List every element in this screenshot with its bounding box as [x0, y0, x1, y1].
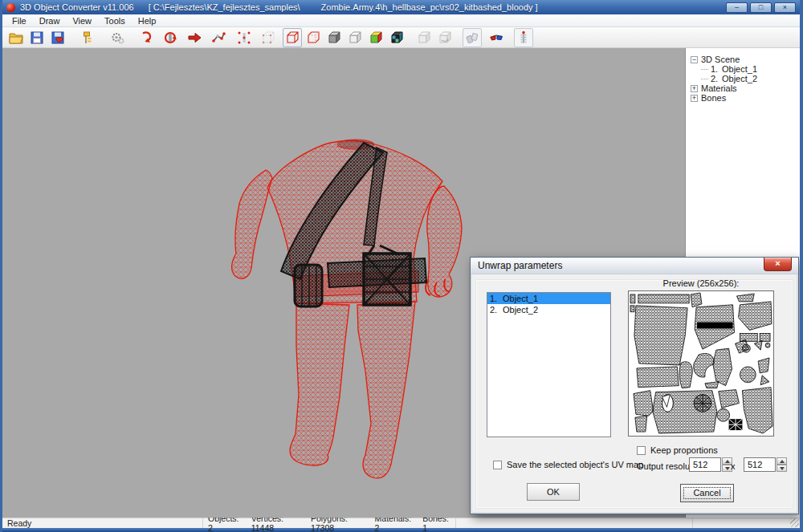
- unwrap-parameters-dialog: Unwrap parameters × 1.Object_12.Object_2…: [470, 257, 799, 514]
- bones-tool-button[interactable]: [514, 28, 533, 47]
- menu-draw[interactable]: Draw: [33, 16, 67, 26]
- menu-tools[interactable]: Tools: [98, 16, 132, 26]
- tree-node-3d-scene[interactable]: −3D Scene: [691, 55, 800, 64]
- rotate-view-icon: [162, 30, 178, 46]
- app-window: 3D Object Converter v11.006 [ C:\Fejlesz…: [0, 0, 803, 532]
- listbox-item-object_2[interactable]: 2.Object_2: [487, 304, 610, 315]
- material-tiles-button: [463, 28, 482, 47]
- resize-grip[interactable]: [790, 518, 799, 527]
- point-display-icon: [236, 30, 252, 46]
- tree-connector: [701, 79, 708, 79]
- ok-button[interactable]: OK: [527, 483, 580, 501]
- status-ready: Ready: [2, 518, 203, 528]
- resolution-times-label: x: [731, 461, 736, 471]
- title-bar[interactable]: 3D Object Converter v11.006 [ C:\Fejlesz…: [2, 0, 800, 14]
- app-icon: [6, 3, 15, 12]
- tree-item-object_1[interactable]: 1.Object_1: [701, 64, 800, 74]
- status-bar: Ready Objects: 2Vertices: 11448Polygons:…: [2, 518, 800, 528]
- bones-tool-icon: [516, 30, 532, 46]
- tree-expander-icon[interactable]: +: [691, 95, 698, 102]
- cube-disabled-icon: [416, 30, 432, 46]
- save-favorite-icon: [50, 30, 66, 46]
- height-input[interactable]: 512: [744, 457, 776, 472]
- menu-bar: FileDrawViewToolsHelp: [2, 14, 800, 27]
- minimize-button[interactable]: –: [726, 2, 748, 13]
- menu-help[interactable]: Help: [132, 16, 163, 26]
- transform-button[interactable]: [185, 28, 204, 47]
- cube-rotate-tool-button: [435, 28, 454, 47]
- cancel-button[interactable]: Cancel: [680, 484, 734, 502]
- listbox-item-object_1[interactable]: 1.Object_1: [487, 293, 610, 304]
- settings-gears-icon: [109, 30, 125, 46]
- status-stats: Objects: 2Vertices: 11448Polygons: 17308…: [203, 518, 456, 528]
- anaglyph-button[interactable]: [487, 28, 506, 47]
- preview-label: Preview (256x256):: [628, 278, 774, 288]
- textured-cube-icon: [389, 30, 405, 46]
- point-display-button[interactable]: [234, 28, 254, 47]
- vertex-edit-button[interactable]: [209, 28, 228, 47]
- status-empty-1: [456, 518, 693, 528]
- height-up-button[interactable]: [777, 457, 787, 465]
- menu-file[interactable]: File: [6, 16, 33, 26]
- maximize-button[interactable]: □: [750, 2, 772, 13]
- menu-view[interactable]: View: [66, 16, 98, 26]
- anaglyph-glasses-icon: [488, 30, 504, 46]
- tree-node-materials[interactable]: +Materials: [691, 83, 800, 93]
- height-spinner: 512: [744, 457, 787, 472]
- title-path-right: Zombie.Army.4\h_hellbase_pc\rs02_kitbash…: [321, 2, 538, 12]
- window-controls: – □ ×: [726, 2, 796, 13]
- tree-item-object_2[interactable]: 2.Object_2: [701, 74, 800, 83]
- wireframe-cube-icon: [284, 30, 300, 46]
- open-button[interactable]: [6, 28, 26, 47]
- solid-dark-display-button[interactable]: [324, 28, 344, 47]
- dialog-close-button[interactable]: ×: [764, 258, 792, 271]
- save-uv-checkbox[interactable]: [493, 461, 502, 469]
- keep-proportions-row: Keep proportions: [637, 445, 718, 455]
- settings-button[interactable]: [108, 28, 127, 47]
- textured-display-button[interactable]: [387, 28, 406, 47]
- width-input[interactable]: 512: [689, 457, 721, 472]
- cube-rotate-disabled-icon: [437, 30, 453, 46]
- save-icon: [29, 30, 45, 46]
- title-path-left: [ C:\Fejlesztes\KZ_fejlesztes_samples\: [149, 2, 300, 12]
- uv-preview: [628, 290, 774, 437]
- cube-tool-button: [414, 28, 434, 47]
- shaded-display-button[interactable]: [366, 28, 385, 47]
- dialog-title-bar[interactable]: Unwrap parameters: [471, 258, 798, 274]
- object-info-icon: [79, 30, 95, 46]
- save-uv-row: Save the selected object's UV map: [493, 460, 643, 469]
- save-button[interactable]: [27, 28, 47, 47]
- solid-cube-light-icon: [347, 30, 363, 46]
- uv-map-image: [629, 291, 773, 436]
- solid-cube-dark-icon: [326, 30, 342, 46]
- tree-node-bones[interactable]: +Bones: [691, 93, 800, 103]
- status-empty-2: [693, 518, 800, 528]
- object-listbox[interactable]: 1.Object_12.Object_2: [487, 292, 611, 437]
- rotate-view-button[interactable]: [161, 28, 180, 47]
- shaded-cube-icon: [368, 30, 384, 46]
- rotate-object-button[interactable]: [137, 28, 156, 47]
- tree-connector: [701, 69, 708, 70]
- save-uv-label: Save the selected object's UV map: [507, 460, 643, 469]
- object-info-button[interactable]: [77, 28, 96, 47]
- rotate-object-icon: [138, 30, 154, 46]
- wireframe-display-button[interactable]: [283, 28, 302, 47]
- tree-expander-icon[interactable]: +: [691, 85, 698, 92]
- app-title: 3D Object Converter v11.006: [20, 2, 134, 12]
- close-button[interactable]: ×: [774, 2, 796, 13]
- toolbar: [2, 27, 800, 48]
- dialog-title: Unwrap parameters: [478, 260, 562, 271]
- keep-proportions-checkbox[interactable]: [637, 446, 646, 455]
- solid-light-display-button[interactable]: [345, 28, 365, 47]
- open-folder-icon: [8, 30, 24, 46]
- tree-expander-icon[interactable]: −: [691, 56, 698, 63]
- material-tiles-disabled-icon: [464, 30, 480, 46]
- point-cube-disabled-icon: [260, 30, 276, 46]
- height-down-button[interactable]: [777, 465, 787, 472]
- point-cube-button: [259, 28, 278, 47]
- transform-arrow-icon: [186, 30, 202, 46]
- hiddenline-cube-icon: [305, 30, 321, 46]
- hiddenline-display-button[interactable]: [304, 28, 323, 47]
- save-favorite-button[interactable]: [48, 28, 67, 47]
- vertex-edit-icon: [210, 30, 226, 46]
